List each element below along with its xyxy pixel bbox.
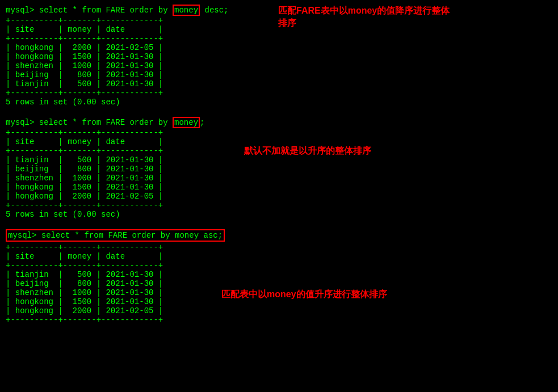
table-divider-top-3: +----------+-------+------------+: [6, 243, 552, 252]
table-divider-bottom-1: +----------+-------+------------+: [6, 88, 552, 98]
table-row-3-4: | hongkong | 2000 | 2021-02-05 |: [6, 306, 552, 315]
table-row-2-2: | shenzhen | 1000 | 2021-01-30 |: [6, 174, 552, 183]
cmd-before-2: select * from FARE order by: [39, 118, 173, 127]
section-3: mysql> select * from FARE order by money…: [6, 229, 552, 324]
table-row-1-2: | shenzhen | 1000 | 2021-01-30 |: [6, 61, 552, 70]
section-2: mysql> select * from FARE order by money…: [6, 117, 552, 219]
table-divider-bottom-3: +----------+-------+------------+: [6, 315, 552, 324]
cmd-box-2: money: [173, 117, 200, 128]
cmd-box-1: money: [173, 5, 200, 16]
prompt-line-3: mysql> select * from FARE order by money…: [6, 229, 225, 242]
cmd-before-1: select * from FARE order by: [39, 6, 173, 15]
table-row-3-0: | tianjin | 500 | 2021-01-30 |: [6, 270, 552, 279]
table-divider-mid-1: +----------+-------+------------+: [6, 34, 552, 43]
table-row-1-1: | hongkong | 1500 | 2021-01-30 |: [6, 52, 552, 61]
annotation-1: 匹配FARE表中以money的值降序进行整体排序: [278, 5, 450, 30]
prompt-line-2: mysql> select * from FARE order by money…: [6, 117, 552, 128]
table-row-2-3: | hongkong | 1500 | 2021-01-30 |: [6, 183, 552, 192]
table-row-2-1: | beijing | 800 | 2021-01-30 |: [6, 165, 552, 174]
status-1: 5 rows in set (0.00 sec): [6, 98, 552, 107]
cmd-after-2: ;: [200, 118, 204, 127]
table-row-2-4: | hongkong | 2000 | 2021-02-05 |: [6, 192, 552, 201]
cmd-before-3: select * from FARE order by: [41, 231, 175, 240]
prompt-3: mysql>: [8, 231, 41, 240]
table-row-1-4: | tianjin | 500 | 2021-01-30 |: [6, 79, 552, 88]
cmd-after-1: desc;: [200, 6, 228, 15]
prompt-2: mysql>: [6, 118, 39, 127]
status-2: 5 rows in set (0.00 sec): [6, 210, 552, 219]
terminal: mysql> select * from FARE order by money…: [0, 0, 558, 392]
annotation-3: 匹配表中以money的值升序进行整体排序: [221, 288, 387, 301]
cmd-box-3: money: [175, 231, 199, 240]
table-divider-bottom-2: +----------+-------+------------+: [6, 201, 552, 210]
table-row-1-0: | hongkong | 2000 | 2021-02-05 |: [6, 43, 552, 52]
table-header-3: | site | money | date |: [6, 252, 552, 261]
annotation-2: 默认不加就是以升序的整体排序: [244, 145, 371, 157]
cmd-after-3: asc;: [199, 231, 223, 240]
prompt-1: mysql>: [6, 6, 39, 15]
table-row-1-3: | beijing | 800 | 2021-01-30 |: [6, 70, 552, 79]
table-divider-mid-3: +----------+-------+------------+: [6, 261, 552, 270]
table-divider-top-2: +----------+-------+------------+: [6, 128, 552, 137]
table-row-3-1: | beijing | 800 | 2021-01-30 |: [6, 279, 552, 288]
